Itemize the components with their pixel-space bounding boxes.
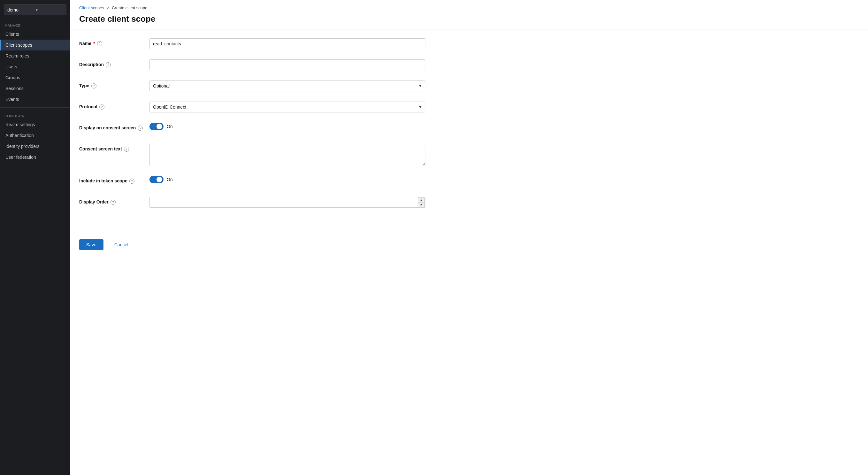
description-help-icon[interactable]: ? <box>106 62 111 67</box>
sidebar-item-realm-roles[interactable]: Realm roles <box>0 51 70 61</box>
name-label: Name <box>79 41 91 46</box>
consent-text-input-col <box>150 144 425 168</box>
include-token-input-col: On <box>150 176 425 183</box>
description-input-col <box>150 59 425 70</box>
consent-text-input[interactable] <box>150 144 425 166</box>
description-row: Description ? <box>79 59 425 72</box>
breadcrumb-current: Create client scope <box>112 5 147 10</box>
display-consent-input-col: On <box>150 123 425 130</box>
display-consent-help-icon[interactable]: ? <box>137 125 143 131</box>
include-token-toggle[interactable] <box>150 176 163 183</box>
sidebar-divider <box>0 107 70 108</box>
description-input[interactable] <box>150 59 425 70</box>
include-token-row: Include in token scope ? On <box>79 176 425 188</box>
cancel-button[interactable]: Cancel <box>107 239 135 250</box>
description-label-col: Description ? <box>79 59 150 67</box>
sidebar-item-realm-settings-label: Realm settings <box>5 122 35 127</box>
include-token-on-label: On <box>167 177 173 182</box>
sidebar-item-identity-providers[interactable]: Identity providers <box>0 141 70 152</box>
display-order-input[interactable] <box>150 197 425 208</box>
type-input-col: Default Optional None ▼ <box>150 81 425 91</box>
sidebar-item-authentication[interactable]: Authentication <box>0 130 70 141</box>
save-button[interactable]: Save <box>79 239 103 250</box>
sidebar-item-authentication-label: Authentication <box>5 133 34 138</box>
protocol-row: Protocol ? OpenID Connect SAML ▼ <box>79 101 425 114</box>
form-actions: Save Cancel <box>70 234 868 255</box>
sidebar-item-identity-providers-label: Identity providers <box>5 144 40 149</box>
name-help-icon[interactable]: ? <box>97 41 102 46</box>
display-consent-knob <box>156 124 162 129</box>
sidebar-item-clients-label: Clients <box>5 32 19 37</box>
sidebar-item-realm-settings[interactable]: Realm settings <box>0 119 70 130</box>
breadcrumb-separator: > <box>107 5 109 10</box>
sidebar-item-realm-roles-label: Realm roles <box>5 53 29 58</box>
consent-text-help-icon[interactable]: ? <box>124 147 129 152</box>
include-token-help-icon[interactable]: ? <box>129 179 134 184</box>
type-help-icon[interactable]: ? <box>91 83 96 88</box>
sidebar-item-sessions-label: Sessions <box>5 86 24 91</box>
sidebar-item-events-label: Events <box>5 97 19 102</box>
protocol-select[interactable]: OpenID Connect SAML <box>150 101 425 113</box>
protocol-label: Protocol <box>79 104 97 109</box>
breadcrumb: Client scopes > Create client scope <box>70 0 868 13</box>
protocol-help-icon[interactable]: ? <box>99 105 104 110</box>
include-token-track <box>150 176 163 183</box>
page-title: Create client scope <box>70 13 868 29</box>
type-select[interactable]: Default Optional None <box>150 81 425 91</box>
type-select-wrapper: Default Optional None ▼ <box>150 81 425 91</box>
include-token-label-col: Include in token scope ? <box>79 176 150 184</box>
sidebar-item-users[interactable]: Users <box>0 61 70 72</box>
display-order-wrapper: ▲ ▼ <box>150 197 425 208</box>
include-token-label: Include in token scope <box>79 178 127 183</box>
sidebar-item-user-federation-label: User federation <box>5 155 36 160</box>
consent-text-label-col: Consent screen text ? <box>79 144 150 152</box>
consent-text-row: Consent screen text ? <box>79 144 425 168</box>
include-token-knob <box>156 177 162 182</box>
sidebar-item-user-federation[interactable]: User federation <box>0 152 70 162</box>
display-order-row: Display Order ? ▲ ▼ <box>79 197 425 210</box>
breadcrumb-parent-link[interactable]: Client scopes <box>79 5 104 10</box>
consent-text-label: Consent screen text <box>79 146 122 151</box>
protocol-select-wrapper: OpenID Connect SAML ▼ <box>150 101 425 113</box>
display-order-label: Display Order <box>79 199 108 204</box>
display-consent-label-col: Display on consent screen ? <box>79 123 150 131</box>
display-order-input-col: ▲ ▼ <box>150 197 425 208</box>
name-input[interactable] <box>150 38 425 49</box>
display-consent-on-label: On <box>167 124 173 129</box>
realm-dropdown-icon: ▼ <box>35 8 63 12</box>
sidebar-item-client-scopes-label: Client scopes <box>5 42 32 48</box>
sidebar: demo ▼ Manage Clients Client scopes Real… <box>0 0 70 475</box>
display-order-help-icon[interactable]: ? <box>111 200 116 205</box>
sidebar-item-users-label: Users <box>5 64 17 69</box>
manage-section-label: Manage <box>0 20 70 29</box>
display-consent-toggle[interactable] <box>150 123 163 130</box>
display-consent-row: Display on consent screen ? On <box>79 123 425 136</box>
display-order-label-col: Display Order ? <box>79 197 150 205</box>
sidebar-item-clients[interactable]: Clients <box>0 29 70 39</box>
realm-name: demo <box>7 7 35 12</box>
spinner-down-button[interactable]: ▼ <box>418 202 425 207</box>
sidebar-item-client-scopes[interactable]: Client scopes <box>0 39 70 51</box>
description-label: Description <box>79 62 104 67</box>
display-consent-label: Display on consent screen <box>79 125 136 130</box>
type-label: Type <box>79 83 89 88</box>
protocol-label-col: Protocol ? <box>79 101 150 110</box>
name-input-col <box>150 38 425 49</box>
realm-selector[interactable]: demo ▼ <box>4 4 66 15</box>
spinner-up-button[interactable]: ▲ <box>418 198 425 202</box>
display-order-spinner: ▲ ▼ <box>418 198 425 207</box>
include-token-toggle-row: On <box>150 176 425 183</box>
configure-section-label: Configure <box>0 110 70 119</box>
main-content: Client scopes > Create client scope Crea… <box>70 0 868 475</box>
display-consent-track <box>150 123 163 130</box>
display-consent-toggle-row: On <box>150 123 425 130</box>
name-required-star: * <box>93 41 95 46</box>
sidebar-item-sessions[interactable]: Sessions <box>0 83 70 94</box>
form-container: Name * ? Description ? Type ? <box>70 29 434 231</box>
sidebar-item-groups-label: Groups <box>5 75 20 80</box>
name-label-col: Name * ? <box>79 38 150 46</box>
protocol-input-col: OpenID Connect SAML ▼ <box>150 101 425 113</box>
sidebar-item-events[interactable]: Events <box>0 94 70 105</box>
sidebar-item-groups[interactable]: Groups <box>0 72 70 83</box>
type-label-col: Type ? <box>79 81 150 88</box>
